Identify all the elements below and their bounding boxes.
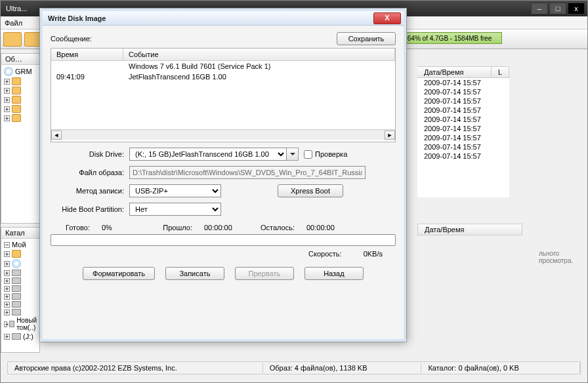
column-header-event[interactable]: Событие	[123, 49, 395, 60]
file-list: Дата/Время L 2009-07-14 15:572009-07-14 …	[417, 66, 509, 197]
log-row[interactable]: Windows 7 v6.1 Build 7601 (Service Pack …	[51, 61, 395, 71]
format-button[interactable]: Форматировать	[83, 267, 155, 280]
column-header-datetime[interactable]: Дата/Время	[418, 224, 522, 235]
tree-row[interactable]	[3, 300, 38, 308]
column-header-l[interactable]: L	[492, 67, 509, 77]
horizontal-scrollbar[interactable]: ◄ ►	[51, 129, 395, 140]
folder-icon	[12, 250, 21, 258]
tree-row[interactable]	[3, 95, 38, 104]
preview-placeholder: льного просмотра.	[539, 250, 587, 264]
list-item[interactable]: 2009-07-14 15:57	[417, 151, 509, 161]
tree-row[interactable]	[3, 258, 38, 269]
file-list-header[interactable]: Дата/Время L	[417, 66, 509, 78]
folder-icon	[12, 114, 21, 122]
verify-checkbox-input[interactable]	[304, 150, 312, 159]
tree-row[interactable]	[3, 113, 38, 123]
back-button[interactable]: Назад	[304, 267, 364, 280]
expand-icon[interactable]	[4, 88, 10, 94]
verify-checkbox[interactable]: Проверка	[304, 150, 347, 159]
write-method-label: Метод записи:	[51, 187, 129, 195]
lower-file-list-header[interactable]: Дата/Время	[417, 224, 522, 235]
expand-icon[interactable]	[4, 106, 10, 112]
tree-label: GRM	[15, 68, 32, 75]
message-label: Сообщение:	[51, 35, 337, 43]
expand-icon[interactable]	[4, 79, 10, 85]
tree-row[interactable]	[3, 104, 38, 113]
speed-label: Скорость:	[308, 250, 342, 258]
ready-value: 0%	[102, 224, 141, 232]
list-item[interactable]: 2009-07-14 15:57	[417, 133, 509, 142]
log-row[interactable]: 09:41:09JetFlashTranscend 16GB 1.00	[51, 71, 395, 82]
disk-drive-select[interactable]: (K:, 15 GB)JetFlashTranscend 16GB 1.00	[129, 148, 287, 161]
disk-drive-label: Disk Drive:	[51, 150, 129, 158]
close-button[interactable]: x	[568, 3, 585, 14]
tree-row[interactable]	[3, 269, 38, 277]
speed-value: 0KB/s	[364, 250, 383, 258]
scroll-left-icon[interactable]: ◄	[51, 131, 62, 140]
expand-icon[interactable]	[4, 294, 10, 300]
log-event: Windows 7 v6.1 Build 7601 (Service Pack …	[123, 61, 395, 71]
tree-row[interactable]: (J:)	[3, 332, 38, 341]
tree-row[interactable]	[3, 285, 38, 292]
list-item[interactable]: 2009-07-14 15:57	[417, 106, 509, 115]
tree-label: (J:)	[23, 333, 33, 340]
expand-icon[interactable]	[4, 251, 10, 257]
tree-row[interactable]: Новый том(..)	[3, 316, 38, 332]
list-item[interactable]: 2009-07-14 15:57	[417, 78, 509, 87]
xpress-boot-button[interactable]: Xpress Boot	[278, 184, 343, 197]
expand-icon[interactable]	[4, 97, 10, 103]
column-header-time[interactable]: Время	[51, 49, 123, 60]
expand-icon[interactable]	[4, 115, 10, 121]
folder-icon	[12, 105, 21, 113]
expand-icon[interactable]	[4, 270, 10, 276]
tree-row[interactable]: Мой	[3, 240, 38, 249]
write-method-select[interactable]: USB-ZIP+	[129, 184, 221, 197]
tree-row[interactable]	[3, 277, 38, 285]
image-tree-header: Об…	[1, 54, 39, 65]
toolbar-icon[interactable]	[3, 32, 22, 47]
drive-icon	[12, 277, 21, 284]
dialog-title-text: Write Disk Image	[48, 14, 373, 22]
expand-icon[interactable]	[4, 302, 10, 308]
list-item[interactable]: 2009-07-14 15:57	[417, 87, 509, 96]
tree-row[interactable]	[3, 249, 38, 258]
tree-label: Новый том(..)	[16, 317, 37, 331]
list-item[interactable]: 2009-07-14 15:57	[417, 142, 509, 151]
tree-row[interactable]	[3, 292, 38, 300]
expand-icon[interactable]	[4, 278, 10, 284]
list-item[interactable]: 2009-07-14 15:57	[417, 124, 509, 133]
menu-file[interactable]: Файл	[5, 19, 22, 27]
drive-icon	[9, 321, 14, 327]
hide-boot-select[interactable]: Нет	[129, 203, 221, 216]
scroll-right-icon[interactable]: ►	[385, 131, 395, 140]
status-bar: Авторские права (c)2002-2012 EZB Systems…	[7, 361, 581, 374]
expand-icon[interactable]	[4, 261, 10, 267]
tree-row[interactable]	[3, 77, 38, 86]
dialog-titlebar[interactable]: Write Disk Image X	[43, 11, 404, 26]
local-tree: Катал Мой Новый том(..) (J:)	[1, 227, 40, 353]
image-tree: Об… GRM	[1, 53, 40, 224]
column-header-datetime[interactable]: Дата/Время	[417, 67, 492, 77]
maximize-button[interactable]: □	[549, 3, 566, 14]
list-item[interactable]: 2009-07-14 15:57	[417, 115, 509, 124]
abort-button: Прервать	[235, 267, 294, 280]
image-file-label: Файл образа:	[51, 169, 129, 176]
verify-label: Проверка	[315, 150, 347, 158]
list-item[interactable]: 2009-07-14 15:57	[417, 96, 509, 106]
expand-icon[interactable]	[4, 334, 10, 340]
folder-icon	[12, 87, 21, 94]
dialog-close-button[interactable]: X	[373, 12, 401, 24]
expand-icon[interactable]	[4, 286, 10, 292]
tree-row[interactable]	[3, 308, 38, 316]
collapse-icon[interactable]	[4, 242, 10, 248]
expand-icon[interactable]	[4, 321, 7, 327]
tree-row[interactable]	[3, 86, 38, 95]
tree-row[interactable]: GRM	[3, 66, 38, 77]
status-catalog: Каталог: 0 файла(ов), 0 KB	[421, 363, 580, 373]
dropdown-arrow-icon[interactable]	[287, 148, 299, 161]
save-button[interactable]: Сохранить	[337, 32, 396, 45]
expand-icon[interactable]	[4, 310, 10, 315]
status-copyright: Авторские права (c)2002-2012 EZB Systems…	[8, 363, 263, 373]
write-button[interactable]: Записать	[165, 267, 224, 280]
minimize-button[interactable]: –	[531, 3, 548, 14]
